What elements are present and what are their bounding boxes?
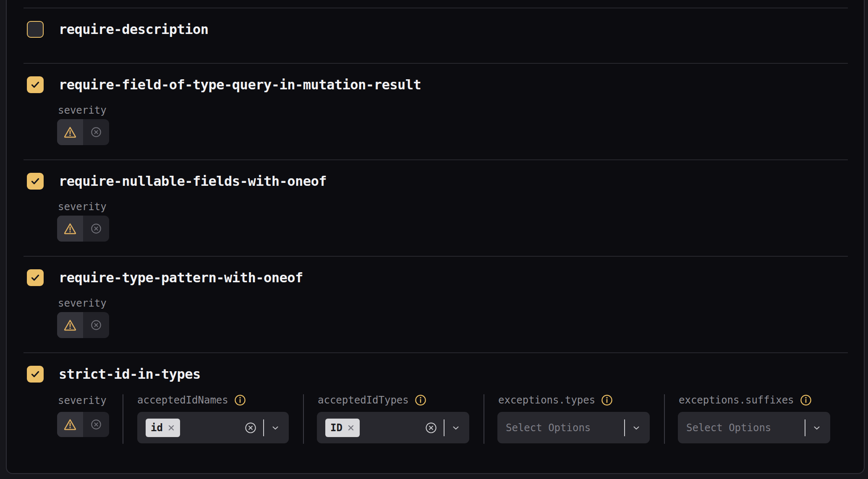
check-icon — [30, 176, 41, 187]
severity-toggle — [57, 216, 109, 242]
row-divider — [24, 159, 848, 160]
warning-triangle-icon — [63, 126, 77, 138]
rule-checkbox-require-field-of-type-query-in-mutation-result[interactable] — [27, 76, 44, 93]
severity-label: severity — [58, 395, 107, 406]
select-placeholder: Select Options — [686, 422, 771, 434]
warning-triangle-icon — [63, 418, 77, 431]
column-divider — [303, 394, 304, 444]
chevron-down-icon[interactable] — [631, 423, 641, 433]
rule-title: require-nullable-fields-with-oneof — [59, 173, 327, 190]
rule-checkbox-strict-id-in-types[interactable] — [27, 366, 44, 383]
severity-toggle — [57, 312, 109, 338]
info-icon[interactable] — [234, 394, 246, 406]
severity-toggle — [57, 412, 109, 437]
warning-triangle-icon — [63, 222, 77, 235]
acceptedIdNames-label: acceptedIdNames — [137, 394, 246, 406]
severity-label: severity — [58, 201, 107, 213]
severity-warn-button[interactable] — [57, 119, 83, 145]
circle-x-icon — [90, 223, 102, 234]
severity-off-button[interactable] — [83, 412, 109, 437]
acceptedIdTypes-label: acceptedIdTypes — [318, 394, 426, 406]
row-divider — [24, 256, 848, 257]
row-divider — [24, 352, 848, 353]
tag-chip: ID — [325, 419, 360, 437]
rule-checkbox-require-type-pattern-with-oneof[interactable] — [27, 269, 44, 286]
warning-triangle-icon — [63, 319, 77, 331]
rule-title: require-description — [59, 21, 209, 38]
column-divider — [664, 394, 665, 444]
check-icon — [30, 272, 41, 283]
rule-title: require-field-of-type-query-in-mutation-… — [59, 76, 421, 93]
tag-chip-label: id — [151, 423, 163, 433]
select-divider — [444, 419, 444, 436]
severity-off-button[interactable] — [83, 216, 109, 242]
info-icon[interactable] — [415, 394, 426, 406]
tag-chip: id — [146, 419, 180, 437]
row-divider — [24, 63, 848, 64]
exceptions-suffixes-select[interactable]: Select Options — [678, 412, 830, 443]
clear-selection-icon[interactable] — [425, 422, 437, 434]
exceptions-suffixes-label: exceptions.suffixes — [679, 394, 812, 406]
select-divider — [805, 419, 805, 436]
check-icon — [30, 369, 41, 380]
chevron-down-icon[interactable] — [812, 423, 822, 433]
chevron-down-icon[interactable] — [451, 423, 461, 433]
severity-toggle — [57, 119, 109, 145]
chevron-down-icon[interactable] — [270, 423, 280, 433]
check-icon — [30, 79, 41, 90]
acceptedIdTypes-select[interactable]: ID — [317, 412, 469, 443]
severity-label: severity — [58, 298, 107, 309]
exceptions-types-label: exceptions.types — [498, 394, 613, 406]
column-divider — [484, 394, 484, 444]
select-divider — [263, 419, 264, 436]
info-icon[interactable] — [601, 394, 613, 406]
severity-off-button[interactable] — [83, 119, 109, 145]
severity-warn-button[interactable] — [57, 312, 83, 338]
circle-x-icon — [90, 319, 102, 331]
remove-tag-icon[interactable] — [167, 424, 175, 432]
rule-checkbox-require-description[interactable] — [27, 21, 44, 38]
severity-warn-button[interactable] — [57, 412, 83, 437]
clear-selection-icon[interactable] — [244, 422, 257, 434]
circle-x-icon — [90, 419, 102, 430]
rule-title: strict-id-in-types — [59, 366, 201, 383]
severity-off-button[interactable] — [83, 312, 109, 338]
row-divider — [24, 8, 848, 8]
exceptions-types-select[interactable]: Select Options — [497, 412, 650, 443]
select-placeholder: Select Options — [506, 422, 591, 434]
rule-title: require-type-pattern-with-oneof — [59, 269, 303, 286]
circle-x-icon — [90, 126, 102, 138]
rule-checkbox-require-nullable-fields-with-oneof[interactable] — [27, 173, 44, 190]
severity-label: severity — [58, 105, 107, 116]
select-divider — [624, 419, 625, 436]
acceptedIdNames-select[interactable]: id — [137, 412, 289, 443]
column-divider — [123, 394, 123, 444]
remove-tag-icon[interactable] — [347, 424, 355, 432]
info-icon[interactable] — [800, 394, 812, 406]
tag-chip-label: ID — [330, 423, 342, 433]
severity-warn-button[interactable] — [57, 216, 83, 242]
